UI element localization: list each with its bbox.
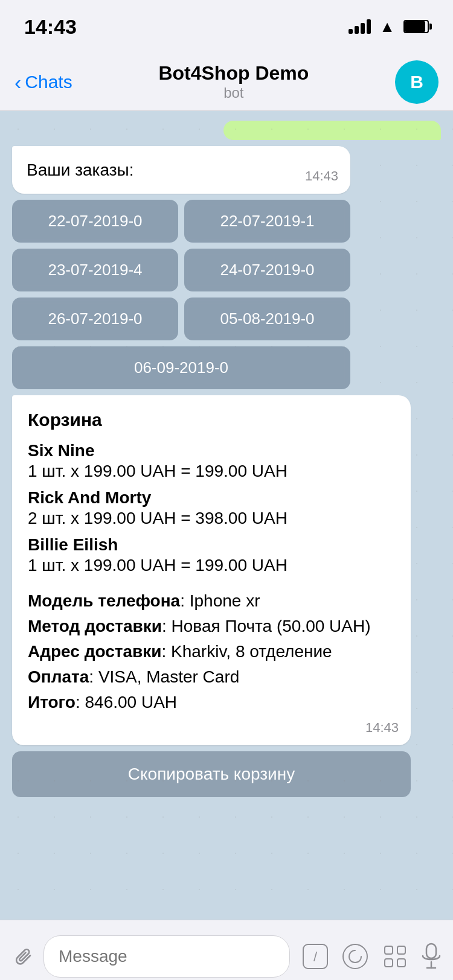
microphone-button[interactable] (420, 940, 442, 973)
phone-model-row: Модель телефона: Iphone xr (28, 588, 395, 614)
status-icons: ▲ (349, 18, 429, 36)
cart-title: Корзина (28, 410, 395, 430)
cart-meta: Модель телефона: Iphone xr Метод доставк… (28, 588, 395, 715)
slash-icon: / (302, 943, 329, 970)
order-btn-05-08-2019-0[interactable]: 05-08-2019-0 (184, 298, 350, 340)
green-bubble-partial (223, 121, 441, 140)
address-row: Адрес доставки: Kharkiv, 8 отделение (28, 639, 395, 664)
your-orders-timestamp: 14:43 (305, 168, 338, 184)
cart-item-3-name: Billie Eilish (28, 535, 395, 555)
cart-timestamp: 14:43 (365, 720, 399, 736)
order-btn-26-07-2019-0[interactable]: 26-07-2019-0 (12, 298, 178, 340)
cart-bubble: Корзина Six Nine 1 шт. х 199.00 UAH = 19… (12, 395, 411, 745)
phone-model-label: Модель телефона (28, 591, 180, 610)
order-buttons-row-2: 23-07-2019-4 24-07-2019-0 (12, 249, 350, 291)
input-bar: / (0, 920, 453, 980)
svg-text:/: / (313, 949, 318, 964)
payment-value: VISA, Master Card (98, 667, 239, 686)
delivery-label: Метод доставки (28, 617, 162, 635)
cart-item-1-detail: 1 шт. х 199.00 UAH = 199.00 UAH (28, 462, 395, 481)
order-buttons-container: 22-07-2019-0 22-07-2019-1 23-07-2019-4 2… (12, 200, 350, 389)
nav-subtitle: bot (158, 84, 309, 101)
cart-item-3-detail: 1 шт. х 199.00 UAH = 199.00 UAH (28, 556, 395, 575)
microphone-icon (420, 943, 442, 970)
total-value: 846.00 UAH (85, 693, 178, 711)
message-input[interactable] (43, 935, 290, 978)
order-btn-23-07-2019-4[interactable]: 23-07-2019-4 (12, 249, 178, 291)
order-btn-24-07-2019-0[interactable]: 24-07-2019-0 (184, 249, 350, 291)
total-row: Итого: 846.00 UAH (28, 690, 395, 715)
apps-button[interactable] (379, 941, 411, 972)
attach-button[interactable] (12, 940, 34, 973)
chat-area: Ваши заказы: 14:43 22-07-2019-0 22-07-20… (0, 111, 453, 920)
payment-row: Оплата: VISA, Master Card (28, 664, 395, 690)
address-label: Адрес доставки (28, 642, 161, 661)
avatar-letter: B (410, 72, 423, 92)
avatar[interactable]: B (395, 60, 439, 104)
order-buttons-row-3: 26-07-2019-0 05-08-2019-0 (12, 298, 350, 340)
cart-item-1-name: Six Nine (28, 441, 395, 460)
wifi-icon: ▲ (379, 18, 395, 36)
apps-icon (381, 943, 409, 970)
delivery-value: Новая Почта (50.00 UAH) (172, 617, 371, 635)
input-actions: / (300, 941, 411, 972)
nav-title-section: Bot4Shop Demo bot (158, 62, 309, 101)
svg-rect-6 (397, 959, 405, 967)
svg-rect-4 (397, 946, 405, 954)
cart-item-2-detail: 2 шт. х 199.00 UAH = 398.00 UAH (28, 509, 395, 528)
back-button[interactable]: ‹ Chats (14, 72, 72, 92)
cart-item-2-name: Rick And Morty (28, 488, 395, 508)
svg-point-2 (343, 944, 367, 969)
chevron-left-icon: ‹ (14, 72, 21, 92)
payment-label: Оплата (28, 667, 89, 686)
phone-model-value: Iphone xr (190, 591, 260, 610)
order-btn-22-07-2019-1[interactable]: 22-07-2019-1 (184, 200, 350, 243)
svg-rect-3 (385, 946, 393, 954)
status-time: 14:43 (24, 15, 77, 39)
order-btn-22-07-2019-0[interactable]: 22-07-2019-0 (12, 200, 178, 243)
copy-cart-button[interactable]: Скопировать корзину (12, 751, 411, 797)
order-btn-06-09-2019-0[interactable]: 06-09-2019-0 (12, 346, 350, 389)
svg-rect-7 (426, 944, 436, 958)
sticker-button[interactable] (339, 941, 371, 972)
battery-icon (403, 20, 429, 33)
nav-bar: ‹ Chats Bot4Shop Demo bot B (0, 53, 453, 111)
order-buttons-row-4: 06-09-2019-0 (12, 346, 350, 389)
your-orders-text: Ваши заказы: (27, 161, 133, 179)
paperclip-icon (12, 946, 34, 967)
signal-icon (349, 19, 371, 34)
svg-rect-5 (385, 959, 393, 967)
total-label: Итого (28, 693, 76, 711)
back-label: Chats (25, 72, 72, 92)
address-value: Kharkiv, 8 отделение (171, 642, 332, 661)
order-buttons-row-1: 22-07-2019-0 22-07-2019-1 (12, 200, 350, 243)
sticker-icon (341, 943, 369, 970)
your-orders-bubble: Ваши заказы: 14:43 (12, 146, 350, 194)
nav-title: Bot4Shop Demo (158, 62, 309, 84)
delivery-row: Метод доставки: Новая Почта (50.00 UAH) (28, 614, 395, 639)
slash-button[interactable]: / (300, 941, 331, 972)
status-bar: 14:43 ▲ (0, 0, 453, 53)
